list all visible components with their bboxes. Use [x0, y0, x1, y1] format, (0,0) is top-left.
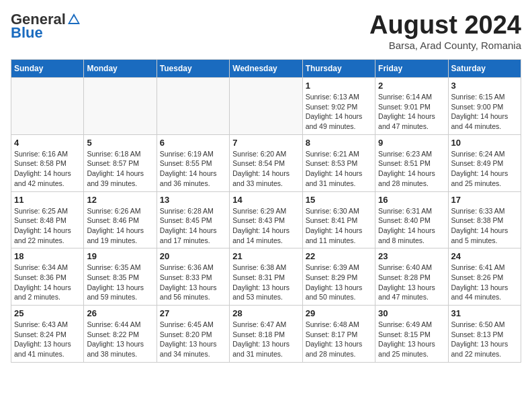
- calendar-cell: 17Sunrise: 6:33 AM Sunset: 8:38 PM Dayli…: [448, 191, 521, 248]
- calendar-cell: 9Sunrise: 6:23 AM Sunset: 8:51 PM Daylig…: [375, 134, 448, 191]
- day-number: 28: [232, 308, 299, 318]
- month-title: August 2024: [369, 11, 521, 40]
- calendar-cell: [84, 78, 157, 135]
- day-number: 18: [14, 251, 81, 261]
- day-info: Sunrise: 6:28 AM Sunset: 8:45 PM Dayligh…: [160, 206, 226, 246]
- day-info: Sunrise: 6:48 AM Sunset: 8:17 PM Dayligh…: [306, 320, 372, 359]
- week-row-5: 25Sunrise: 6:43 AM Sunset: 8:24 PM Dayli…: [11, 306, 521, 363]
- day-number: 14: [232, 195, 299, 205]
- day-number: 5: [87, 138, 153, 148]
- calendar-cell: 18Sunrise: 6:34 AM Sunset: 8:36 PM Dayli…: [11, 248, 84, 306]
- calendar-cell: 8Sunrise: 6:21 AM Sunset: 8:53 PM Daylig…: [302, 134, 375, 191]
- week-row-3: 11Sunrise: 6:25 AM Sunset: 8:48 PM Dayli…: [11, 191, 521, 248]
- calendar-cell: 13Sunrise: 6:28 AM Sunset: 8:45 PM Dayli…: [157, 191, 229, 248]
- calendar-cell: 14Sunrise: 6:29 AM Sunset: 8:43 PM Dayli…: [230, 191, 302, 248]
- calendar-cell: 27Sunrise: 6:45 AM Sunset: 8:20 PM Dayli…: [157, 306, 229, 363]
- day-number: 19: [87, 251, 153, 261]
- day-info: Sunrise: 6:47 AM Sunset: 8:18 PM Dayligh…: [232, 320, 299, 359]
- day-number: 10: [451, 138, 518, 148]
- week-row-2: 4Sunrise: 6:16 AM Sunset: 8:58 PM Daylig…: [11, 134, 521, 191]
- day-info: Sunrise: 6:45 AM Sunset: 8:20 PM Dayligh…: [160, 320, 226, 359]
- calendar-cell: 1Sunrise: 6:13 AM Sunset: 9:02 PM Daylig…: [302, 78, 375, 135]
- calendar-cell: 15Sunrise: 6:30 AM Sunset: 8:41 PM Dayli…: [302, 191, 375, 248]
- day-number: 17: [451, 195, 518, 205]
- calendar-cell: 10Sunrise: 6:24 AM Sunset: 8:49 PM Dayli…: [448, 134, 521, 191]
- calendar-cell: 23Sunrise: 6:40 AM Sunset: 8:28 PM Dayli…: [375, 248, 448, 306]
- day-number: 9: [378, 138, 445, 148]
- calendar-cell: 2Sunrise: 6:14 AM Sunset: 9:01 PM Daylig…: [375, 78, 448, 135]
- day-info: Sunrise: 6:26 AM Sunset: 8:46 PM Dayligh…: [87, 206, 153, 246]
- day-info: Sunrise: 6:29 AM Sunset: 8:43 PM Dayligh…: [232, 206, 299, 246]
- day-info: Sunrise: 6:49 AM Sunset: 8:15 PM Dayligh…: [378, 320, 445, 359]
- day-info: Sunrise: 6:33 AM Sunset: 8:38 PM Dayligh…: [451, 206, 518, 246]
- calendar-cell: 6Sunrise: 6:19 AM Sunset: 8:55 PM Daylig…: [157, 134, 229, 191]
- calendar-cell: 7Sunrise: 6:20 AM Sunset: 8:54 PM Daylig…: [230, 134, 302, 191]
- day-number: 6: [160, 138, 226, 148]
- day-info: Sunrise: 6:39 AM Sunset: 8:29 PM Dayligh…: [306, 263, 372, 302]
- day-info: Sunrise: 6:36 AM Sunset: 8:33 PM Dayligh…: [160, 263, 226, 302]
- calendar-cell: 24Sunrise: 6:41 AM Sunset: 8:26 PM Dayli…: [448, 248, 521, 306]
- day-info: Sunrise: 6:15 AM Sunset: 9:00 PM Dayligh…: [451, 92, 518, 132]
- calendar-cell: 4Sunrise: 6:16 AM Sunset: 8:58 PM Daylig…: [11, 134, 84, 191]
- day-number: 11: [14, 195, 81, 205]
- calendar-cell: 16Sunrise: 6:31 AM Sunset: 8:40 PM Dayli…: [375, 191, 448, 248]
- title-block: August 2024 Barsa, Arad County, Romania: [369, 11, 521, 51]
- calendar-cell: 28Sunrise: 6:47 AM Sunset: 8:18 PM Dayli…: [230, 306, 302, 363]
- day-info: Sunrise: 6:23 AM Sunset: 8:51 PM Dayligh…: [378, 149, 445, 189]
- day-info: Sunrise: 6:18 AM Sunset: 8:57 PM Dayligh…: [87, 149, 153, 189]
- day-info: Sunrise: 6:24 AM Sunset: 8:49 PM Dayligh…: [451, 149, 518, 189]
- day-number: 8: [306, 138, 372, 148]
- logo: General Blue: [11, 11, 82, 42]
- day-info: Sunrise: 6:38 AM Sunset: 8:31 PM Dayligh…: [232, 263, 299, 302]
- column-header-friday: Friday: [375, 60, 448, 78]
- calendar-cell: [230, 78, 302, 135]
- day-number: 22: [306, 251, 372, 261]
- calendar-cell: 25Sunrise: 6:43 AM Sunset: 8:24 PM Dayli…: [11, 306, 84, 363]
- day-number: 7: [232, 138, 299, 148]
- week-row-1: 1Sunrise: 6:13 AM Sunset: 9:02 PM Daylig…: [11, 78, 521, 135]
- day-number: 15: [306, 195, 372, 205]
- day-info: Sunrise: 6:14 AM Sunset: 9:01 PM Dayligh…: [378, 92, 445, 132]
- day-number: 25: [14, 308, 81, 318]
- day-number: 13: [160, 195, 226, 205]
- calendar-cell: 21Sunrise: 6:38 AM Sunset: 8:31 PM Dayli…: [230, 248, 302, 306]
- page-header: General Blue August 2024 Barsa, Arad Cou…: [11, 11, 521, 51]
- day-number: 3: [451, 81, 518, 91]
- column-header-saturday: Saturday: [448, 60, 521, 78]
- calendar-header-row: SundayMondayTuesdayWednesdayThursdayFrid…: [11, 60, 521, 78]
- day-number: 12: [87, 195, 153, 205]
- day-info: Sunrise: 6:40 AM Sunset: 8:28 PM Dayligh…: [378, 263, 445, 302]
- calendar-cell: 3Sunrise: 6:15 AM Sunset: 9:00 PM Daylig…: [448, 78, 521, 135]
- day-info: Sunrise: 6:43 AM Sunset: 8:24 PM Dayligh…: [14, 320, 81, 359]
- day-number: 21: [232, 251, 299, 261]
- day-info: Sunrise: 6:13 AM Sunset: 9:02 PM Dayligh…: [306, 92, 372, 132]
- logo-icon: [66, 12, 81, 27]
- calendar-cell: [157, 78, 229, 135]
- day-number: 24: [451, 251, 518, 261]
- calendar-cell: 30Sunrise: 6:49 AM Sunset: 8:15 PM Dayli…: [375, 306, 448, 363]
- day-number: 2: [378, 81, 445, 91]
- day-info: Sunrise: 6:30 AM Sunset: 8:41 PM Dayligh…: [306, 206, 372, 246]
- day-info: Sunrise: 6:50 AM Sunset: 8:13 PM Dayligh…: [451, 320, 518, 359]
- day-number: 31: [451, 308, 518, 318]
- location-title: Barsa, Arad County, Romania: [369, 40, 521, 51]
- calendar-cell: [11, 78, 84, 135]
- day-info: Sunrise: 6:19 AM Sunset: 8:55 PM Dayligh…: [160, 149, 226, 189]
- day-number: 26: [87, 308, 153, 318]
- calendar-cell: 26Sunrise: 6:44 AM Sunset: 8:22 PM Dayli…: [84, 306, 157, 363]
- week-row-4: 18Sunrise: 6:34 AM Sunset: 8:36 PM Dayli…: [11, 248, 521, 306]
- day-info: Sunrise: 6:25 AM Sunset: 8:48 PM Dayligh…: [14, 206, 81, 246]
- calendar-cell: 11Sunrise: 6:25 AM Sunset: 8:48 PM Dayli…: [11, 191, 84, 248]
- column-header-wednesday: Wednesday: [230, 60, 302, 78]
- calendar-cell: 19Sunrise: 6:35 AM Sunset: 8:35 PM Dayli…: [84, 248, 157, 306]
- column-header-tuesday: Tuesday: [157, 60, 229, 78]
- column-header-sunday: Sunday: [11, 60, 84, 78]
- day-number: 23: [378, 251, 445, 261]
- day-info: Sunrise: 6:31 AM Sunset: 8:40 PM Dayligh…: [378, 206, 445, 246]
- calendar-cell: 22Sunrise: 6:39 AM Sunset: 8:29 PM Dayli…: [302, 248, 375, 306]
- day-info: Sunrise: 6:44 AM Sunset: 8:22 PM Dayligh…: [87, 320, 153, 359]
- day-info: Sunrise: 6:34 AM Sunset: 8:36 PM Dayligh…: [14, 263, 81, 302]
- day-info: Sunrise: 6:41 AM Sunset: 8:26 PM Dayligh…: [451, 263, 518, 302]
- calendar-cell: 12Sunrise: 6:26 AM Sunset: 8:46 PM Dayli…: [84, 191, 157, 248]
- calendar-cell: 31Sunrise: 6:50 AM Sunset: 8:13 PM Dayli…: [448, 306, 521, 363]
